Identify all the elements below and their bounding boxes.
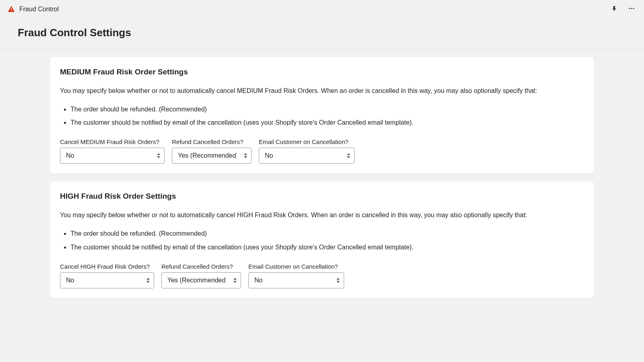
app-name: Fraud Control	[19, 6, 59, 13]
more-button[interactable]	[626, 3, 637, 15]
medium-bullet-list: The order should be refunded. (Recommend…	[60, 104, 584, 128]
page-title: Fraud Control Settings	[18, 27, 626, 39]
high-cancel-group: Cancel HIGH Fraud Risk Orders? No	[60, 263, 154, 288]
alert-triangle-icon	[7, 5, 15, 13]
top-bar-left: Fraud Control	[7, 5, 59, 13]
medium-email-label: Email Customer on Cancellation?	[259, 138, 355, 145]
top-bar: Fraud Control	[0, 0, 644, 19]
high-cancel-label: Cancel HIGH Fraud Risk Orders?	[60, 263, 154, 270]
list-item: The order should be refunded. (Recommend…	[70, 228, 584, 239]
pin-button[interactable]	[609, 4, 619, 14]
high-refund-label: Refund Cancelled Orders?	[161, 263, 241, 270]
page-header: Fraud Control Settings	[0, 19, 644, 49]
high-risk-card: HIGH Fraud Risk Order Settings You may s…	[50, 181, 594, 298]
medium-refund-select[interactable]: Yes (Recommended)	[172, 148, 252, 164]
high-refund-group: Refund Cancelled Orders? Yes (Recommende…	[161, 263, 241, 288]
medium-cancel-group: Cancel MEDIUM Fraud Risk Orders? No	[60, 138, 165, 164]
select-wrap: No	[60, 148, 165, 164]
medium-email-group: Email Customer on Cancellation? No	[259, 138, 355, 164]
medium-card-title: MEDIUM Fraud Risk Order Settings	[60, 68, 584, 76]
medium-cancel-select[interactable]: No	[60, 148, 165, 164]
high-cancel-select[interactable]: No	[60, 272, 154, 288]
content-area: MEDIUM Fraud Risk Order Settings You may…	[0, 49, 644, 298]
dots-horizontal-icon	[628, 5, 635, 13]
svg-rect-1	[11, 10, 12, 11]
top-bar-right	[609, 3, 637, 15]
medium-cancel-label: Cancel MEDIUM Fraud Risk Orders?	[60, 138, 165, 145]
high-bullet-list: The order should be refunded. (Recommend…	[60, 228, 584, 252]
medium-risk-card: MEDIUM Fraud Risk Order Settings You may…	[50, 57, 594, 173]
high-refund-select[interactable]: Yes (Recommended)	[161, 272, 241, 288]
select-wrap: No	[60, 272, 154, 288]
list-item: The customer should be notified by email…	[70, 117, 584, 128]
pin-icon	[611, 5, 617, 13]
medium-refund-group: Refund Cancelled Orders? Yes (Recommende…	[172, 138, 252, 164]
high-card-description: You may specify below whether or not to …	[60, 210, 584, 220]
list-item: The customer should be notified by email…	[70, 242, 584, 253]
high-email-select[interactable]: No	[248, 272, 344, 288]
svg-rect-0	[11, 8, 12, 10]
select-wrap: Yes (Recommended)	[161, 272, 241, 288]
svg-point-4	[633, 8, 634, 9]
medium-email-select[interactable]: No	[259, 148, 355, 164]
high-selects-row: Cancel HIGH Fraud Risk Orders? No Refund…	[60, 263, 584, 288]
high-email-label: Email Customer on Cancellation?	[248, 263, 344, 270]
list-item: The order should be refunded. (Recommend…	[70, 104, 584, 115]
select-wrap: Yes (Recommended)	[172, 148, 252, 164]
medium-card-description: You may specify below whether or not to …	[60, 86, 584, 96]
high-email-group: Email Customer on Cancellation? No	[248, 263, 344, 288]
medium-refund-label: Refund Cancelled Orders?	[172, 138, 252, 145]
select-wrap: No	[248, 272, 344, 288]
medium-selects-row: Cancel MEDIUM Fraud Risk Orders? No Refu…	[60, 138, 584, 164]
select-wrap: No	[259, 148, 355, 164]
svg-point-2	[629, 8, 630, 9]
svg-point-3	[631, 8, 632, 9]
high-card-title: HIGH Fraud Risk Order Settings	[60, 192, 584, 201]
